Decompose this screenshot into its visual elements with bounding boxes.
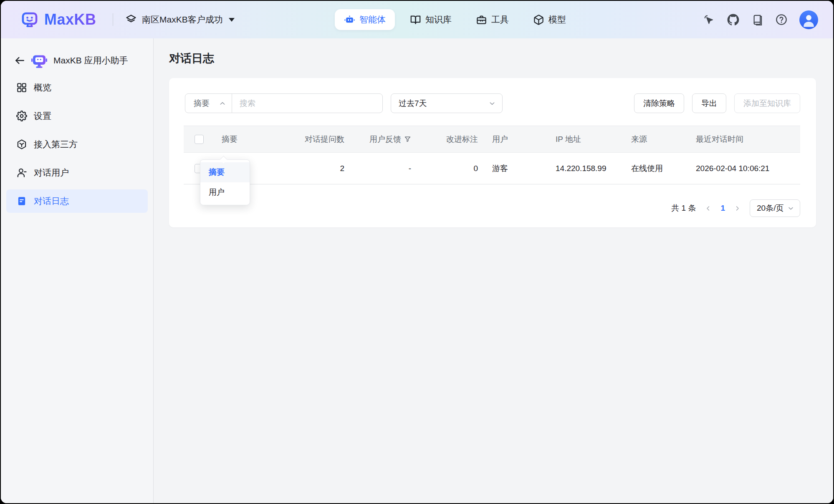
sidebar-menu: 概览 设置 接入第三方 <box>1 76 153 213</box>
header-actions <box>703 1 818 38</box>
next-page-icon[interactable] <box>734 205 740 212</box>
filter-actions: 清除策略 导出 添加至知识库 <box>634 93 800 113</box>
toolbox-icon <box>476 14 487 25</box>
chevron-down-icon <box>788 205 794 212</box>
sidebar-item-label: 设置 <box>34 110 51 122</box>
sidebar-item-label: 对话用户 <box>34 167 69 179</box>
col-user: 用户 <box>485 134 548 145</box>
app-window: MaxKB 南区MaxKB客户成功 智能体 <box>1 1 833 503</box>
date-range-select[interactable]: 过去7天 <box>391 93 503 113</box>
maxkb-logo-robot-icon <box>20 10 39 29</box>
sidebar-item-label: 接入第三方 <box>34 139 78 150</box>
chevron-down-icon <box>489 100 495 107</box>
cube-icon <box>533 14 544 25</box>
table-row[interactable]: 你好 2 - 0 游客 14.220.158.99 在线使用 2026-02-0… <box>184 153 800 184</box>
robot-icon <box>344 14 355 25</box>
cell-feedback: - <box>351 164 418 173</box>
table-header-row: 摘要 对话提问数 用户反馈 改进标注 用户 IP 地址 来源 最近对话时间 <box>184 126 800 153</box>
user-dash-icon <box>16 167 27 178</box>
add-to-kb-button[interactable]: 添加至知识库 <box>734 93 800 113</box>
main-content: 对话日志 摘要 过去7天 <box>154 38 833 503</box>
sidebar-item-settings[interactable]: 设置 <box>6 104 148 128</box>
hexagon-node-icon <box>16 139 27 150</box>
search-combo: 摘要 <box>185 93 383 113</box>
cell-questions: 2 <box>289 164 351 173</box>
date-range-value: 过去7天 <box>399 98 427 109</box>
workspace-label: 南区MaxKB客户成功 <box>142 14 223 25</box>
tab-models[interactable]: 模型 <box>524 9 575 30</box>
cursor-click-icon[interactable] <box>703 13 715 26</box>
tab-label: 工具 <box>491 14 509 25</box>
header-divider <box>113 13 113 26</box>
page-title: 对话日志 <box>169 51 833 66</box>
chevron-up-icon <box>219 100 226 107</box>
col-ip: IP 地址 <box>548 134 624 145</box>
filter-funnel-icon[interactable] <box>404 136 411 143</box>
tab-knowledge[interactable]: 知识库 <box>401 9 461 30</box>
cell-user: 游客 <box>485 163 548 174</box>
col-last-time: 最近对话时间 <box>689 134 800 145</box>
prev-page-icon[interactable] <box>705 205 711 212</box>
sidebar-item-third-party[interactable]: 接入第三方 <box>6 133 148 156</box>
sidebar-item-overview[interactable]: 概览 <box>6 76 148 99</box>
github-icon[interactable] <box>727 13 739 26</box>
brand-text: MaxKB <box>44 11 96 28</box>
col-feedback: 用户反馈 <box>351 134 418 145</box>
docs-icon[interactable] <box>751 13 763 26</box>
log-card: 摘要 过去7天 清除策略 导出 <box>169 78 816 227</box>
cell-last-time: 2026-02-04 10:06:21 <box>689 164 800 173</box>
grid-icon <box>16 82 27 93</box>
tab-tools[interactable]: 工具 <box>467 9 518 30</box>
clear-policy-button[interactable]: 清除策略 <box>634 93 684 113</box>
tab-agents[interactable]: 智能体 <box>335 9 395 30</box>
col-source: 来源 <box>624 134 689 145</box>
back-arrow-icon[interactable] <box>14 55 25 66</box>
app-header: MaxKB 应用小助手 <box>1 38 153 70</box>
cell-ip: 14.220.158.99 <box>548 164 624 173</box>
dropdown-option-user[interactable]: 用户 <box>200 182 250 202</box>
filter-bar: 摘要 过去7天 清除策略 导出 <box>184 93 800 113</box>
tab-label: 模型 <box>548 14 566 25</box>
sidebar: MaxKB 应用小助手 概览 设置 <box>1 38 154 503</box>
app-robot-icon <box>31 52 48 69</box>
book-open-icon <box>410 14 421 25</box>
select-all-checkbox[interactable] <box>195 135 204 144</box>
pagination: 共 1 条 1 20条/页 <box>184 199 800 217</box>
sidebar-item-label: 概览 <box>34 82 51 93</box>
caret-down-icon <box>229 18 235 22</box>
user-icon <box>799 10 818 29</box>
field-selector-dropdown: 摘要 用户 <box>200 159 250 205</box>
search-input[interactable] <box>232 94 382 113</box>
workspace-selector[interactable]: 南区MaxKB客户成功 <box>125 1 235 38</box>
col-improve: 改进标注 <box>418 134 485 145</box>
pagination-total: 共 1 条 <box>671 203 696 214</box>
page-number[interactable]: 1 <box>720 204 725 213</box>
brand[interactable]: MaxKB <box>20 1 96 38</box>
app-title: MaxKB 应用小助手 <box>53 55 128 66</box>
search-field-value: 摘要 <box>194 98 210 109</box>
page-size-value: 20条/页 <box>757 203 783 214</box>
page-size-select[interactable]: 20条/页 <box>750 199 800 217</box>
help-icon[interactable] <box>775 13 788 26</box>
dropdown-option-abstract[interactable]: 摘要 <box>200 162 250 182</box>
col-questions: 对话提问数 <box>289 134 351 145</box>
layers-icon <box>125 14 137 25</box>
sidebar-item-label: 对话日志 <box>34 195 69 207</box>
export-button[interactable]: 导出 <box>692 93 726 113</box>
select-all-cell <box>184 135 215 144</box>
log-table: 摘要 对话提问数 用户反馈 改进标注 用户 IP 地址 来源 最近对话时间 <box>184 126 800 184</box>
avatar[interactable] <box>799 10 818 29</box>
search-field-selector[interactable]: 摘要 <box>185 94 232 113</box>
main-nav: 智能体 知识库 工具 <box>335 9 575 30</box>
sidebar-item-chat-logs[interactable]: 对话日志 <box>6 189 148 213</box>
top-bar: MaxKB 南区MaxKB客户成功 智能体 <box>1 1 833 38</box>
tab-label: 知识库 <box>425 14 452 25</box>
document-icon <box>16 196 27 207</box>
cell-source: 在线使用 <box>624 163 689 174</box>
cell-improve: 0 <box>418 164 485 173</box>
col-abstract: 摘要 <box>215 134 289 145</box>
tab-label: 智能体 <box>359 14 386 25</box>
gear-icon <box>16 111 27 121</box>
sidebar-item-chat-users[interactable]: 对话用户 <box>6 161 148 184</box>
col-feedback-label: 用户反馈 <box>369 134 401 145</box>
